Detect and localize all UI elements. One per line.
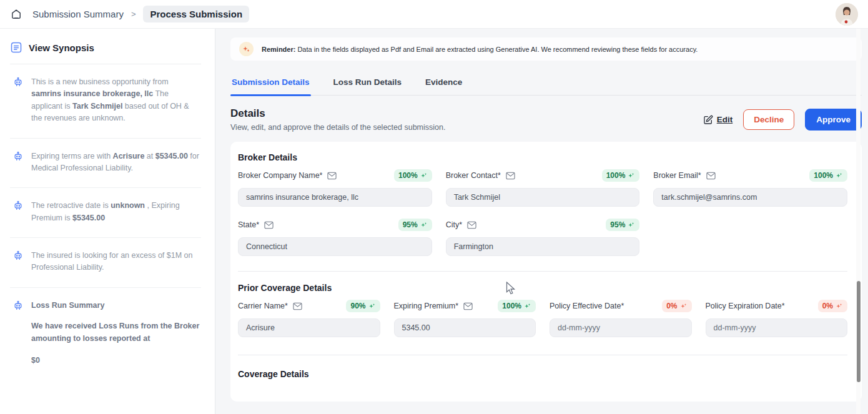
confidence-badge: 0% [662,300,691,312]
broker-email-input[interactable]: tark.schmijel@samrins.com [653,188,847,207]
tab-loss-run-details[interactable]: Loss Run Details [332,77,403,95]
confidence-badge: 0% [818,300,847,312]
section-title-prior-coverage: Prior Coverage Details [238,283,847,293]
email-icon [706,172,716,180]
city-input[interactable]: Farmington [446,237,640,256]
email-icon [463,302,473,310]
synopsis-text: The retroactive date is unknown , Expiri… [31,200,200,224]
synopsis-sidebar: View Synopsis This is a new business opp… [0,29,215,414]
synopsis-item: The insured is looking for an excess of … [10,238,201,288]
home-icon[interactable] [10,8,22,21]
decline-button[interactable]: Decline [743,109,794,130]
broker-row-1: Broker Company Name* 100% samrins insura… [238,170,847,207]
scrollbar-thumb[interactable] [857,281,861,382]
robot-icon [12,200,24,212]
loss-run-title: Loss Run Summary [31,300,200,312]
expiring-premium-input[interactable]: 5345.00 [394,318,536,337]
state-input[interactable]: Connecticut [238,237,432,256]
broker-company-name-input[interactable]: samrins insurance brokerage, llc [238,188,432,207]
field-carrier-name: Carrier Name* 90% Acrisure [238,300,380,337]
field-city: City* 95% Farmington [446,219,640,256]
section-title-broker-details: Broker Details [238,152,847,162]
edit-pencil-icon [703,115,713,125]
breadcrumb-separator: > [131,9,136,19]
field-broker-contact: Broker Contact* 100% Tark Schmijel [446,170,640,207]
robot-icon [12,151,24,162]
section-divider [238,355,847,355]
field-expiring-premium: Expiring Premium* 100% 5345.00 [394,300,536,337]
confidence-badge: 100% [602,169,640,182]
field-broker-email: Broker Email* 100% tark.schmijel@samrins… [653,170,847,207]
confidence-badge: 90% [346,300,380,312]
details-card: Broker Details Broker Company Name* 100%… [230,142,862,402]
page: Submission Summary > Process Submission … [0,0,868,414]
policy-expiration-date-input[interactable]: dd-mm-yyyy [706,318,848,337]
prior-coverage-row: Carrier Name* 90% Acrisure Expiring Prem… [238,300,847,337]
sparkle-icon [420,221,428,229]
synopsis-title: View Synopsis [29,42,94,53]
sparkle-icon [524,302,531,310]
user-avatar[interactable] [836,3,858,26]
sparkle-icon [836,172,843,179]
robot-icon [12,250,24,262]
synopsis-item: This is a new business opportunity from … [10,64,201,139]
confidence-badge: 95% [606,219,639,231]
breadcrumb-root[interactable]: Submission Summary [32,9,124,19]
loss-run-body: We have received Loss Runs from the Brok… [31,320,200,345]
tab-bar: Submission Details Loss Run Details Evid… [230,77,862,96]
top-header: Submission Summary > Process Submission [0,0,868,29]
field-state: State* 95% Connecticut [238,219,432,256]
synopsis-text: Expiring terms are with Acrisure at $534… [31,150,200,175]
synopsis-icon [10,41,22,54]
policy-effective-date-input[interactable]: dd-mm-yyyy [550,318,692,337]
page-subtitle: View, edit, and approve the details of t… [230,123,445,132]
sparkle-icon [628,221,635,229]
field-policy-effective-date: Policy Effective Date* 0% dd-mm-yyyy [550,300,692,337]
tab-submission-details[interactable]: Submission Details [230,77,311,95]
reminder-text: Reminder:Data in the fields displayed as… [262,46,698,53]
confidence-badge: 100% [498,300,536,312]
sparkle-icon [368,302,376,310]
synopsis-item: The retroactive date is unknown , Expiri… [10,188,201,238]
confidence-badge: 95% [398,219,432,231]
loss-run-amount: $0 [31,355,200,367]
reminder-banner: Reminder:Data in the fields displayed as… [230,37,862,61]
synopsis-text: Loss Run Summary We have received Loss R… [31,300,200,367]
email-icon [327,172,337,180]
sparkle-icon [420,172,428,179]
breadcrumb-current: Process Submission [143,6,249,22]
synopsis-text: This is a new business opportunity from … [31,76,200,125]
approve-button[interactable]: Approve [805,109,862,131]
email-icon [506,172,515,180]
edit-button[interactable]: Edit [703,115,733,125]
page-title: Details [230,107,445,120]
email-icon [467,221,476,229]
sparkle-icon [836,302,843,310]
broker-contact-input[interactable]: Tark Schmijel [446,188,640,207]
sparkle-icon [239,42,254,56]
sparkle-icon [680,302,688,310]
synopsis-text: The insured is looking for an excess of … [31,250,200,274]
main-content: Reminder:Data in the fields displayed as… [215,29,868,414]
email-icon [293,302,302,310]
broker-row-2: State* 95% Connecticut City* 95% Farming… [238,219,847,256]
robot-icon [12,77,24,88]
confidence-badge: 100% [394,169,432,182]
carrier-name-input[interactable]: Acrisure [238,318,380,337]
synopsis-item-loss-run: Loss Run Summary We have received Loss R… [10,288,201,380]
field-broker-company-name: Broker Company Name* 100% samrins insura… [238,170,432,207]
action-buttons: Edit Decline Approve [703,109,862,131]
email-icon [264,221,274,229]
section-divider [238,271,847,272]
section-title-coverage-details: Coverage Details [238,369,847,379]
synopsis-item: Expiring terms are with Acrisure at $534… [10,139,201,189]
tab-evidence[interactable]: Evidence [424,77,463,95]
synopsis-header: View Synopsis [10,41,201,64]
confidence-badge: 100% [809,169,847,182]
sparkle-icon [628,172,635,179]
details-header: Details View, edit, and approve the deta… [230,107,862,132]
field-policy-expiration-date: Policy Expiration Date* 0% dd-mm-yyyy [706,300,848,337]
robot-icon [12,300,24,312]
